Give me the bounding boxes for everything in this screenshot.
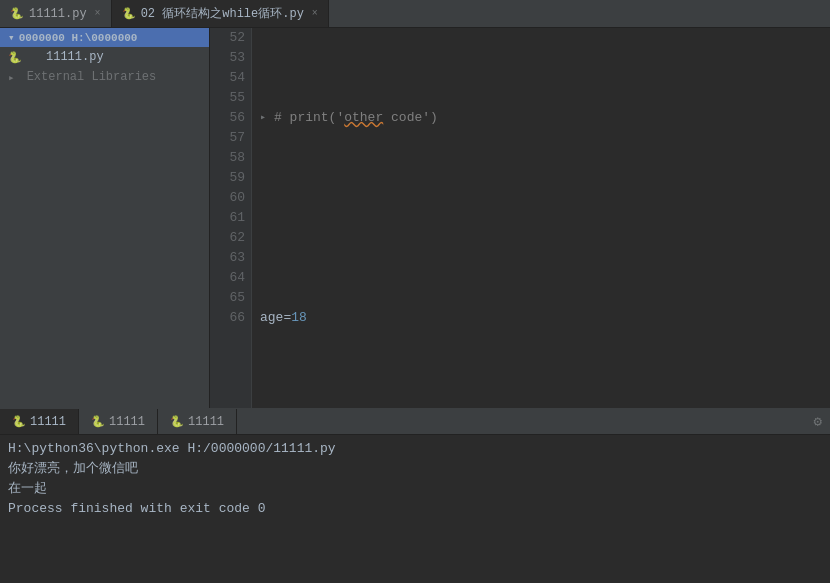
linenum-60: 60 — [210, 188, 245, 208]
bottom-tab-1-label: 11111 — [30, 415, 66, 429]
sidebar-project[interactable]: ▾ 0000000 H:\0000000 — [0, 28, 209, 47]
tab-while[interactable]: 🐍 02 循环结构之while循环.py × — [112, 0, 329, 27]
bottom-output: H:\python36\python.exe H:/0000000/11111.… — [0, 435, 830, 583]
settings-icon[interactable]: ⚙ — [806, 413, 830, 430]
linenum-54: 54 — [210, 68, 245, 88]
bottom-tab-2[interactable]: 🐍 11111 — [79, 409, 158, 434]
external-icon: ▸ — [8, 71, 15, 84]
tab2-close[interactable]: × — [312, 8, 318, 19]
sidebar-external-libraries[interactable]: ▸ External Libraries — [0, 67, 209, 87]
linenum-55: 55 — [210, 88, 245, 108]
code-text-52: # print('other code') — [274, 108, 438, 128]
code-line-53 — [260, 208, 830, 228]
bottom-tab-3-label: 11111 — [188, 415, 224, 429]
py-icon-tab2: 🐍 — [122, 7, 136, 20]
linenum-57: 57 — [210, 128, 245, 148]
bottom-py-icon-1: 🐍 — [12, 415, 26, 428]
bottom-panel: 🐍 11111 🐍 11111 🐍 11111 ⚙ H:\python36\py… — [0, 408, 830, 583]
py-icon-tab1: 🐍 — [10, 7, 24, 20]
bottom-tab-2-label: 11111 — [109, 415, 145, 429]
line-numbers: 52 53 54 55 56 57 58 59 60 61 62 63 64 6… — [210, 28, 252, 408]
sidebar: ▾ 0000000 H:\0000000 🐍 11111.py ▸ Extern… — [0, 28, 210, 408]
sidebar-file-label: 11111.py — [26, 50, 104, 64]
tab-bar: 🐍 11111.py × 🐍 02 循环结构之while循环.py × — [0, 0, 830, 28]
tab2-label: 02 循环结构之while循环.py — [141, 5, 304, 22]
linenum-59: 59 — [210, 168, 245, 188]
linenum-64: 64 — [210, 268, 245, 288]
main-area: ▾ 0000000 H:\0000000 🐍 11111.py ▸ Extern… — [0, 28, 830, 408]
code-line-54: age=18 — [260, 308, 830, 328]
tab1-close[interactable]: × — [95, 8, 101, 19]
output-line-1: 你好漂亮，加个微信吧 — [8, 459, 822, 479]
py-icon-sidebar: 🐍 — [8, 51, 22, 64]
linenum-66: 66 — [210, 308, 245, 328]
linenum-56: 56 — [210, 108, 245, 128]
tab1-label: 11111.py — [29, 7, 87, 21]
linenum-62: 62 — [210, 228, 245, 248]
project-icon: ▾ — [8, 31, 15, 44]
code-line-52: ▸# print('other code') — [260, 108, 830, 128]
linenum-61: 61 — [210, 208, 245, 228]
bottom-py-icon-3: 🐍 — [170, 415, 184, 428]
fold-52[interactable]: ▸ — [260, 108, 272, 128]
sidebar-file-11111[interactable]: 🐍 11111.py — [0, 47, 209, 67]
linenum-63: 63 — [210, 248, 245, 268]
tab-11111py[interactable]: 🐍 11111.py × — [0, 0, 112, 27]
bottom-tab-1[interactable]: 🐍 11111 — [0, 409, 79, 434]
code-editor[interactable]: ▸# print('other code') age=18 sex= 'fema… — [252, 28, 830, 408]
project-name: 0000000 H:\0000000 — [19, 32, 138, 44]
process-exit-line: Process finished with exit code 0 — [8, 499, 822, 519]
bottom-tab-3[interactable]: 🐍 11111 — [158, 409, 237, 434]
bottom-tabs: 🐍 11111 🐍 11111 🐍 11111 ⚙ — [0, 409, 830, 435]
code-text-54: age=18 — [260, 308, 307, 328]
code-container[interactable]: 52 53 54 55 56 57 58 59 60 61 62 63 64 6… — [210, 28, 830, 408]
editor-area: 52 53 54 55 56 57 58 59 60 61 62 63 64 6… — [210, 28, 830, 408]
linenum-65: 65 — [210, 288, 245, 308]
bottom-py-icon-2: 🐍 — [91, 415, 105, 428]
linenum-52: 52 — [210, 28, 245, 48]
output-line-2: 在一起 — [8, 479, 822, 499]
linenum-53: 53 — [210, 48, 245, 68]
sidebar-external-label: External Libraries — [19, 70, 157, 84]
run-command: H:\python36\python.exe H:/0000000/11111.… — [8, 439, 822, 459]
linenum-58: 58 — [210, 148, 245, 168]
